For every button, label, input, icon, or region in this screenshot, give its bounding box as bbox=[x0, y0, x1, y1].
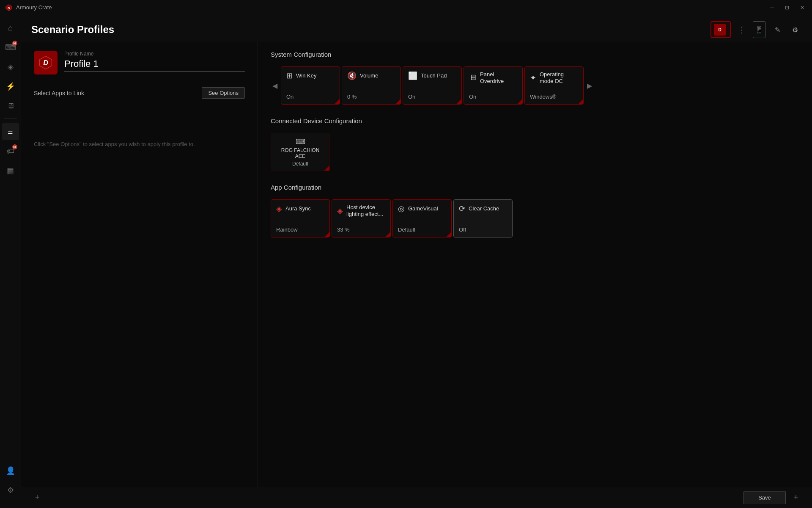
profile-badge-icon: D bbox=[714, 24, 726, 36]
rog-falchion-card[interactable]: ⌨ ROG FALCHION ACE Default bbox=[271, 133, 330, 171]
apps-link-section: Select Apps to Link See Options bbox=[34, 87, 245, 99]
gamevisual-card[interactable]: ◎ GameVisual Default bbox=[392, 199, 452, 237]
sidebar-item-equalizer[interactable]: ⚌ bbox=[2, 123, 19, 140]
prev-arrow[interactable]: ◀ bbox=[271, 81, 279, 90]
gamevisual-name: GameVisual bbox=[408, 205, 438, 212]
svg-text:D: D bbox=[718, 28, 721, 32]
clear-cache-header: ⟳ Clear Cache bbox=[459, 204, 507, 213]
operating-mode-corner bbox=[578, 99, 583, 104]
sidebar-item-keyboard[interactable]: ⌨ N bbox=[2, 39, 19, 56]
operating-mode-card[interactable]: ✦ Operating mode DC Windows® bbox=[524, 66, 584, 105]
app-logo-icon: D bbox=[5, 4, 13, 11]
equalizer-icon: ⚌ bbox=[8, 128, 13, 135]
panel-overdrive-corner bbox=[517, 99, 522, 104]
falchion-value: Default bbox=[292, 161, 308, 167]
app-config-cards: ◈ Aura Sync Rainbow ◈ Host device lighti… bbox=[271, 199, 799, 237]
sidebar-item-speed[interactable]: ⚡ bbox=[2, 78, 19, 95]
titlebar-left: D Armoury Crate bbox=[5, 4, 52, 11]
device-icon: 📱 bbox=[755, 26, 763, 34]
profile-name-label: Profile Name bbox=[64, 51, 245, 57]
system-config-cards: ◀ ⊞ Win Key On 🔇 Volum bbox=[271, 66, 799, 105]
volume-card[interactable]: 🔇 Volume 0 % bbox=[342, 66, 401, 105]
aura-sync-value: Rainbow bbox=[276, 226, 324, 233]
operating-mode-value: Windows® bbox=[530, 94, 578, 100]
panel-overdrive-name: Panel Overdrive bbox=[480, 71, 517, 84]
see-options-button[interactable]: See Options bbox=[202, 87, 245, 99]
svg-text:D: D bbox=[8, 6, 10, 10]
sidebar-item-catalog[interactable]: ▦ bbox=[2, 162, 19, 179]
sidebar-item-devices[interactable]: 🖥 bbox=[2, 97, 19, 114]
win-key-header: ⊞ Win Key bbox=[286, 71, 335, 80]
catalog-icon: ▦ bbox=[7, 166, 14, 175]
panel-overdrive-icon: 🖥 bbox=[469, 73, 477, 82]
touchpad-card[interactable]: ⬜ Touch Pad On bbox=[403, 66, 462, 105]
add-left-button[interactable]: + bbox=[31, 492, 43, 504]
host-device-card[interactable]: ◈ Host device lighting effect... 33 % bbox=[332, 199, 391, 237]
falchion-name: ROG FALCHION ACE bbox=[276, 147, 324, 159]
sidebar-item-settings[interactable]: ⚙ bbox=[2, 482, 19, 499]
apps-hint: Click "See Options" to select apps you w… bbox=[34, 141, 245, 147]
connected-devices-section: Connected Device Configuration ⌨ ROG FAL… bbox=[271, 117, 799, 171]
add-right-button[interactable]: + bbox=[790, 492, 802, 504]
profile-info: Profile Name bbox=[64, 51, 245, 72]
sidebar-item-user[interactable]: 👤 bbox=[2, 462, 19, 479]
settings-cog-icon: ⚙ bbox=[792, 26, 798, 34]
close-button[interactable]: ✕ bbox=[798, 3, 807, 12]
main-content: Scenario Profiles D ⋮ 📱 ✎ bbox=[21, 15, 812, 508]
app-config-title: App Configuration bbox=[271, 184, 799, 191]
touchpad-icon: ⬜ bbox=[408, 71, 417, 80]
host-device-icon: ◈ bbox=[337, 206, 343, 215]
win-key-card[interactable]: ⊞ Win Key On bbox=[281, 66, 340, 105]
falchion-icon: ⌨ bbox=[296, 138, 305, 146]
panel-overdrive-card[interactable]: 🖥 Panel Overdrive On bbox=[464, 66, 523, 105]
topbar: Scenario Profiles D ⋮ 📱 ✎ bbox=[21, 15, 812, 42]
aura-sync-card[interactable]: ◈ Aura Sync Rainbow bbox=[271, 199, 330, 237]
aura-sync-name: Aura Sync bbox=[285, 205, 311, 212]
gamevisual-corner bbox=[446, 232, 451, 237]
edit-icon: ✎ bbox=[775, 26, 780, 34]
active-profile-badge[interactable]: D bbox=[710, 21, 731, 38]
clear-cache-value: Off bbox=[459, 226, 507, 233]
sidebar-item-home[interactable]: ⌂ bbox=[2, 19, 19, 36]
topbar-action-icons: ✎ ⚙ bbox=[771, 23, 802, 36]
aura-sync-corner bbox=[324, 232, 329, 237]
sidebar-bottom: 👤 ⚙ bbox=[2, 462, 19, 504]
profile-name-input[interactable] bbox=[64, 58, 245, 72]
win-key-value: On bbox=[286, 94, 335, 100]
edit-button[interactable]: ✎ bbox=[771, 23, 784, 36]
save-button[interactable]: Save bbox=[743, 491, 786, 504]
profile-avatar: D bbox=[34, 51, 58, 75]
titlebar-controls: ─ ⊡ ✕ bbox=[768, 3, 807, 12]
profile-section: D Profile Name bbox=[34, 51, 245, 75]
home-icon: ⌂ bbox=[8, 24, 13, 33]
minimize-button[interactable]: ─ bbox=[768, 3, 776, 12]
win-key-icon: ⊞ bbox=[286, 71, 293, 80]
right-panel: System Configuration ◀ ⊞ Win Key On bbox=[258, 42, 812, 487]
left-panel: D Profile Name Select Apps to Link See O… bbox=[21, 42, 258, 487]
restore-button[interactable]: ⊡ bbox=[782, 3, 792, 12]
sidebar-item-tags[interactable]: 🏷 N bbox=[2, 143, 19, 160]
host-device-header: ◈ Host device lighting effect... bbox=[337, 204, 385, 217]
settings-button[interactable]: ⚙ bbox=[788, 23, 802, 36]
operating-mode-icon: ✦ bbox=[530, 73, 536, 83]
host-device-name: Host device lighting effect... bbox=[346, 204, 385, 217]
volume-corner bbox=[395, 99, 401, 104]
sidebar-item-aura[interactable]: ◈ bbox=[2, 58, 19, 75]
svg-text:D: D bbox=[43, 59, 48, 66]
system-config-title: System Configuration bbox=[271, 51, 799, 58]
clear-cache-card[interactable]: ⟳ Clear Cache Off bbox=[453, 199, 513, 237]
gamevisual-header: ◎ GameVisual bbox=[398, 204, 446, 213]
touchpad-value: On bbox=[408, 94, 456, 100]
next-arrow[interactable]: ▶ bbox=[585, 81, 594, 90]
aura-icon: ◈ bbox=[8, 62, 14, 72]
app-layout: ⌂ ⌨ N ◈ ⚡ 🖥 ⚌ 🏷 N ▦ 👤 bbox=[0, 15, 812, 508]
app-config-section: App Configuration ◈ Aura Sync Rainbow bbox=[271, 184, 799, 237]
bottom-bar: + Save + bbox=[21, 487, 812, 508]
more-options-icon[interactable]: ⋮ bbox=[736, 23, 748, 36]
speed-icon: ⚡ bbox=[6, 82, 15, 91]
gamevisual-value: Default bbox=[398, 226, 446, 233]
connected-device-cards: ⌨ ROG FALCHION ACE Default bbox=[271, 133, 799, 171]
volume-header: 🔇 Volume bbox=[347, 71, 395, 80]
win-key-corner bbox=[335, 99, 340, 104]
app-title: Armoury Crate bbox=[16, 4, 52, 11]
